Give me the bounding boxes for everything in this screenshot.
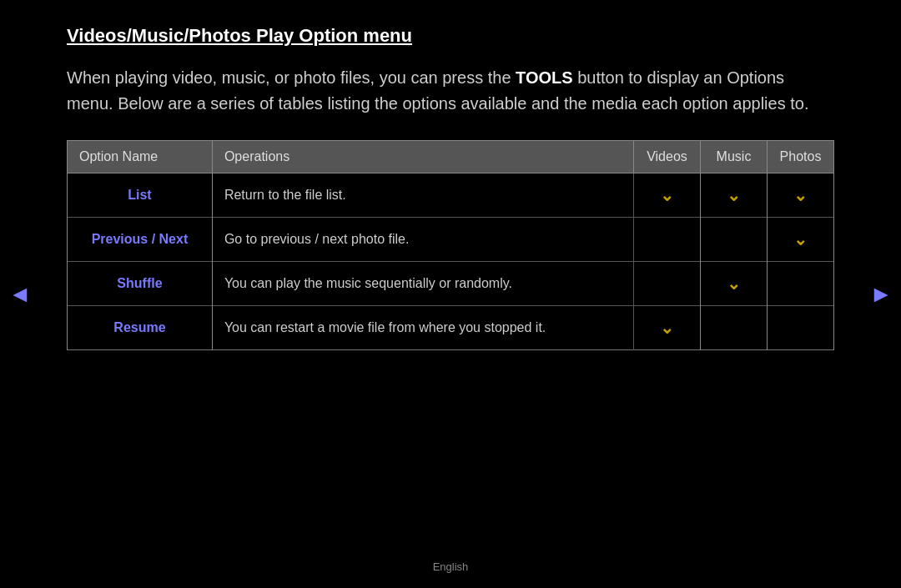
col-videos: Videos (634, 141, 701, 173)
prevnext-videos-check (634, 218, 701, 262)
list-photos-check: ⌄ (768, 173, 834, 218)
col-photos: Photos (768, 141, 834, 173)
list-music-check: ⌄ (701, 173, 768, 218)
main-content: Videos/Music/Photos Play Option menu Whe… (0, 0, 901, 367)
chevron-icon: ⌄ (793, 185, 808, 205)
shuffle-videos-check (634, 262, 701, 306)
shuffle-music-check: ⌄ (701, 262, 768, 306)
table-row: Previous / Next Go to previous / next ph… (68, 218, 834, 262)
col-music: Music (701, 141, 768, 173)
table-row: Shuffle You can play the music sequentia… (68, 262, 834, 306)
footer-language: English (0, 560, 901, 573)
operation-resume: You can restart a movie file from where … (212, 306, 633, 350)
chevron-icon: ⌄ (793, 229, 808, 249)
nav-left-arrow[interactable]: ◄ (8, 281, 32, 308)
col-operations: Operations (212, 141, 633, 173)
option-resume: Resume (68, 306, 213, 350)
options-table: Option Name Operations Videos Music Phot… (67, 140, 834, 350)
list-videos-check: ⌄ (634, 173, 701, 218)
operation-list: Return to the file list. (212, 173, 633, 218)
resume-music-check (701, 306, 768, 350)
shuffle-photos-check (768, 262, 834, 306)
page-title: Videos/Music/Photos Play Option menu (67, 25, 834, 47)
chevron-icon: ⌄ (660, 318, 674, 338)
chevron-icon: ⌄ (727, 185, 741, 205)
option-list: List (68, 173, 213, 218)
chevron-icon: ⌄ (660, 185, 674, 205)
operation-shuffle: You can play the music sequentially or r… (212, 262, 633, 306)
option-shuffle: Shuffle (68, 262, 213, 306)
table-row: Resume You can restart a movie file from… (68, 306, 834, 350)
col-option-name: Option Name (68, 141, 213, 173)
resume-videos-check: ⌄ (634, 306, 701, 350)
table-header-row: Option Name Operations Videos Music Phot… (68, 141, 834, 173)
nav-right-arrow[interactable]: ► (869, 281, 893, 308)
option-prev-next: Previous / Next (68, 218, 213, 262)
prevnext-music-check (701, 218, 768, 262)
prevnext-photos-check: ⌄ (768, 218, 834, 262)
chevron-icon: ⌄ (727, 274, 741, 294)
resume-photos-check (768, 306, 834, 350)
table-row: List Return to the file list. ⌄ ⌄ ⌄ (68, 173, 834, 218)
description: When playing video, music, or photo file… (67, 65, 834, 117)
operation-prev-next: Go to previous / next photo file. (212, 218, 633, 262)
